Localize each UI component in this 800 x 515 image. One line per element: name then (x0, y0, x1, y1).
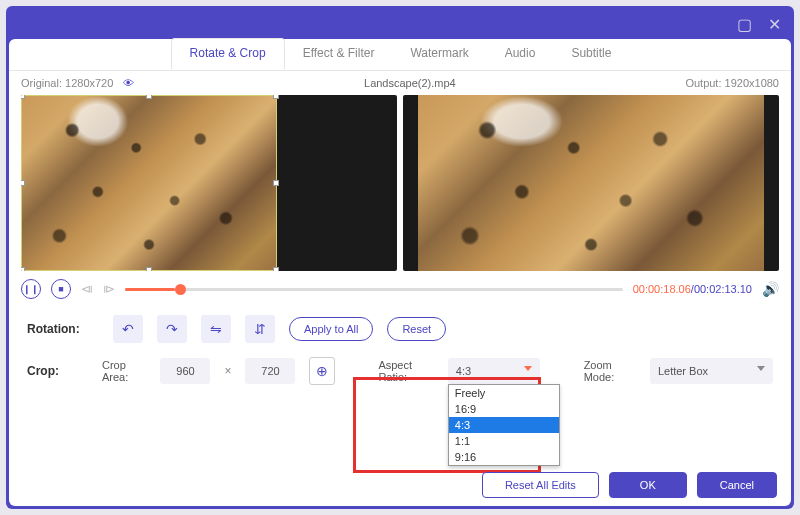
rotate-right-button[interactable]: ↷ (157, 315, 187, 343)
info-bar: Original: 1280x720 👁 Landscape(2).mp4 Ou… (9, 71, 791, 95)
seek-thumb[interactable] (175, 284, 186, 295)
tab-bar: Rotate & Crop Effect & Filter Watermark … (9, 39, 791, 71)
flip-vertical-button[interactable]: ⇵ (245, 315, 275, 343)
video-frame-output (418, 95, 764, 271)
zoom-mode-label: Zoom Mode: (584, 359, 636, 383)
tab-effect-filter[interactable]: Effect & Filter (285, 39, 393, 70)
rotate-left-button[interactable]: ↶ (113, 315, 143, 343)
flip-horizontal-button[interactable]: ⇋ (201, 315, 231, 343)
crop-handle-tr[interactable] (273, 95, 279, 99)
center-crop-button[interactable]: ⊕ (309, 357, 335, 385)
time-display: 00:00:18.06/00:02:13.10 (633, 283, 752, 295)
preview-original[interactable] (21, 95, 397, 271)
chevron-down-icon (757, 366, 765, 371)
filename-label: Landscape(2).mp4 (134, 77, 685, 89)
reset-button[interactable]: Reset (387, 317, 446, 341)
close-icon[interactable]: ✕ (768, 15, 781, 34)
editor-panel: Rotate & Crop Effect & Filter Watermark … (9, 39, 791, 506)
rotation-row: Rotation: ↶ ↷ ⇋ ⇵ Apply to All Reset (27, 315, 773, 343)
zoom-mode-select[interactable]: Letter Box (650, 358, 773, 384)
aspect-option-16-9[interactable]: 16:9 (449, 401, 559, 417)
chevron-down-icon (524, 366, 532, 371)
aspect-option-4-3[interactable]: 4:3 (449, 417, 559, 433)
tab-rotate-crop[interactable]: Rotate & Crop (171, 38, 285, 70)
seek-track[interactable] (125, 288, 623, 291)
app-window: ▢ ✕ Rotate & Crop Effect & Filter Waterm… (6, 6, 794, 509)
multiply-icon: × (224, 364, 231, 378)
prev-frame-icon[interactable]: ⧏ (81, 282, 93, 296)
crop-handle-br[interactable] (273, 267, 279, 271)
tab-watermark[interactable]: Watermark (392, 39, 486, 70)
tab-subtitle[interactable]: Subtitle (553, 39, 629, 70)
maximize-icon[interactable]: ▢ (737, 15, 752, 34)
apply-all-button[interactable]: Apply to All (289, 317, 373, 341)
player-bar: ❙❙ ■ ⧏ ⧐ 00:00:18.06/00:02:13.10 🔊 (9, 271, 791, 307)
original-label: Original: 1280x720 (21, 77, 113, 89)
crop-handle-mr[interactable] (273, 180, 279, 186)
crop-handle-tl[interactable] (21, 95, 25, 99)
stop-button[interactable]: ■ (51, 279, 71, 299)
crop-handle-tm[interactable] (146, 95, 152, 99)
crop-row: Crop: Crop Area: × ⊕ Aspect Ratio: 4:3 F… (27, 357, 773, 385)
reset-all-button[interactable]: Reset All Edits (482, 472, 599, 498)
volume-icon[interactable]: 🔊 (762, 281, 779, 297)
cancel-button[interactable]: Cancel (697, 472, 777, 498)
seek-progress (125, 288, 175, 291)
controls-area: Rotation: ↶ ↷ ⇋ ⇵ Apply to All Reset Cro… (9, 307, 791, 407)
crop-handle-ml[interactable] (21, 180, 25, 186)
aspect-option-1-1[interactable]: 1:1 (449, 433, 559, 449)
crop-handle-bl[interactable] (21, 267, 25, 271)
crop-height-input[interactable] (245, 358, 295, 384)
output-label: Output: 1920x1080 (685, 77, 779, 89)
preview-row (9, 95, 791, 271)
zoom-mode-value: Letter Box (658, 365, 708, 377)
next-frame-icon[interactable]: ⧐ (103, 282, 115, 296)
tab-audio[interactable]: Audio (487, 39, 554, 70)
eye-icon[interactable]: 👁 (123, 77, 134, 89)
crop-box[interactable] (21, 95, 277, 271)
ok-button[interactable]: OK (609, 472, 687, 498)
crop-label: Crop: (27, 364, 88, 378)
aspect-ratio-select[interactable]: 4:3 Freely 16:9 4:3 1:1 9:16 (448, 358, 541, 384)
footer-buttons: Reset All Edits OK Cancel (482, 472, 777, 498)
rotation-label: Rotation: (27, 322, 99, 336)
aspect-ratio-label: Aspect Ratio: (378, 359, 433, 383)
titlebar: ▢ ✕ (9, 9, 791, 39)
aspect-ratio-value: 4:3 (456, 365, 471, 377)
crop-handle-bm[interactable] (146, 267, 152, 271)
crop-area-label: Crop Area: (102, 359, 147, 383)
aspect-option-freely[interactable]: Freely (449, 385, 559, 401)
preview-output (403, 95, 779, 271)
aspect-option-9-16[interactable]: 9:16 (449, 449, 559, 465)
crop-width-input[interactable] (160, 358, 210, 384)
aspect-ratio-dropdown: Freely 16:9 4:3 1:1 9:16 (448, 384, 560, 466)
pause-button[interactable]: ❙❙ (21, 279, 41, 299)
